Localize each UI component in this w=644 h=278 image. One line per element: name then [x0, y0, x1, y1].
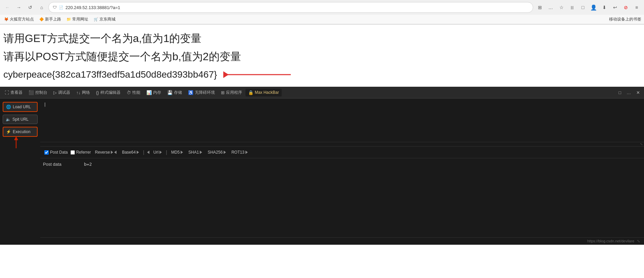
shield-icon: 🛡	[53, 5, 57, 10]
flag-container: cyberpeace{382ca173ff3edf5a1d50d8ed393bb…	[3, 69, 641, 80]
dt-options-button[interactable]: …	[625, 89, 633, 96]
hackbar-lock-icon: 🔒	[248, 90, 254, 95]
style-label: 样式编辑器	[100, 90, 121, 95]
application-icon: ⊞	[221, 90, 225, 95]
address-text: 220.249.52.133:38881/?a=1	[65, 5, 529, 10]
network-icon: ↑↓	[76, 90, 81, 95]
reverse-label: Reverse	[95, 150, 110, 155]
sha1-label: SHA1	[188, 150, 199, 155]
post-data-checkbox[interactable]	[44, 150, 49, 155]
rot13-button[interactable]: ROT13	[230, 149, 249, 155]
postdata-label: Post data	[40, 158, 81, 237]
page-instruction-2: 请再以POST方式随便提交一个名为b,值为2的变量	[3, 49, 641, 64]
star-button[interactable]: ☆	[557, 3, 566, 12]
block-button[interactable]: ⊘	[621, 3, 631, 12]
dt-tool-debugger[interactable]: ▷ 调试器	[51, 88, 73, 97]
post-data-checkbox-container[interactable]: Post Data	[44, 150, 68, 155]
dt-close-button[interactable]: ✕	[634, 89, 642, 96]
spit-url-button[interactable]: 🔈 Spit URL	[3, 115, 38, 124]
bookmark-common[interactable]: 📁 常用网址	[65, 16, 90, 23]
devtools-panel: ⛶ 查看器 ⬛ 控制台 ▷ 调试器 ↑↓ 网络 {} 样式编辑器 ⏱ 性能 📊 …	[0, 87, 644, 245]
base64-label: Base64	[122, 150, 136, 155]
url-arrow	[159, 151, 162, 154]
url-input[interactable]: |	[40, 98, 644, 142]
mobile-bookmarks-label: 移动设备上的书签	[609, 16, 641, 22]
execution-button[interactable]: ⚡ Execution	[3, 127, 38, 137]
bookmark-jd[interactable]: 🛒 京东商城	[92, 16, 117, 23]
execution-label: Execution	[13, 129, 31, 134]
firefox-icon: 🦊	[4, 17, 9, 22]
reverse-button[interactable]: Reverse	[94, 149, 118, 155]
memory-label: 内存	[153, 90, 161, 95]
debugger-label: 调试器	[58, 90, 70, 95]
url-button[interactable]: Url	[152, 149, 163, 155]
back-button2[interactable]: ↩	[610, 3, 620, 12]
forward-button[interactable]: →	[14, 3, 24, 12]
history-button[interactable]: |||	[567, 3, 577, 12]
referrer-option-label: Referrer	[76, 150, 91, 155]
resize-corner-icon: ⤡	[637, 239, 640, 243]
bookmark-firefox[interactable]: 🦊 火狐官方站点	[3, 16, 35, 23]
console-label: 控制台	[35, 90, 47, 95]
svg-marker-1	[14, 136, 18, 140]
hackbar-panel: 🌐 Load URL 🔈 Spit URL ⚡ Execution	[0, 98, 644, 245]
favicon-icon: 📄	[59, 5, 63, 10]
address-bar[interactable]: 🛡 📄 220.249.52.133:38881/?a=1	[48, 2, 533, 13]
bookmark-jd-label: 京东商城	[99, 16, 116, 22]
bookmark-newuser[interactable]: 🔶 新手上路	[38, 16, 62, 23]
devtools-right-controls: □ … ✕	[616, 89, 642, 96]
sha256-button[interactable]: SHA256	[206, 149, 227, 155]
execution-arrow-annotation	[13, 136, 19, 150]
referrer-checkbox[interactable]	[71, 150, 75, 155]
hackbar-options-bar: Post Data Referrer Reverse Base64 |	[40, 146, 644, 158]
dt-tool-inspector[interactable]: ⛶ 查看器	[2, 88, 25, 97]
dt-tool-storage[interactable]: 💾 存储	[165, 88, 185, 97]
page-content: 请用GET方式提交一个名为a,值为1的变量 请再以POST方式随便提交一个名为b…	[0, 25, 644, 87]
accessibility-icon: ♿	[188, 90, 193, 95]
profile-button[interactable]: 👤	[589, 3, 598, 12]
jd-icon: 🛒	[94, 17, 98, 22]
newuser-icon: 🔶	[39, 17, 44, 22]
nav-bar: ← → ↺ ⌂ 🛡 📄 220.249.52.133:38881/?a=1 ⊞ …	[0, 0, 644, 15]
page-instruction-1: 请用GET方式提交一个名为a,值为1的变量	[3, 31, 641, 46]
sha1-button[interactable]: SHA1	[187, 149, 203, 155]
postdata-section: Post data b=2	[40, 158, 644, 237]
referrer-checkbox-container[interactable]: Referrer	[71, 150, 91, 155]
more-button[interactable]: …	[546, 3, 555, 12]
home-button[interactable]: ⌂	[37, 3, 46, 12]
md5-button[interactable]: MD5	[170, 149, 184, 155]
hackbar-sidebar: 🌐 Load URL 🔈 Spit URL ⚡ Execution	[0, 98, 40, 245]
perf-label: 性能	[132, 90, 140, 95]
download-button[interactable]: ⬇	[600, 3, 609, 12]
postdata-input[interactable]: b=2	[81, 158, 644, 237]
dt-tool-style[interactable]: {} 样式编辑器	[93, 88, 123, 97]
browser-chrome: ← → ↺ ⌂ 🛡 📄 220.249.52.133:38881/?a=1 ⊞ …	[0, 0, 644, 25]
tabs-button[interactable]: □	[578, 3, 588, 12]
back-button[interactable]: ←	[3, 3, 12, 12]
menu-button[interactable]: ≡	[632, 3, 641, 12]
reload-button[interactable]: ↺	[26, 3, 35, 12]
dt-tool-application[interactable]: ⊞ 应用程序	[218, 88, 245, 97]
dt-tool-network[interactable]: ↑↓ 网络	[74, 88, 93, 97]
separator-2: |	[166, 150, 167, 155]
dt-tool-perf[interactable]: ⏱ 性能	[124, 88, 143, 97]
load-url-label: Load URL	[13, 105, 31, 109]
footer-url: https://blog.csdn.net/devilare	[587, 239, 634, 243]
base64-arrow	[137, 151, 139, 154]
dt-tool-memory[interactable]: 📊 内存	[144, 88, 164, 97]
resize-handle[interactable]: ⤡	[40, 142, 644, 146]
md5-arrow	[181, 151, 183, 154]
dt-tool-hackbar[interactable]: 🔒 Max HackBar	[245, 89, 282, 96]
dt-tool-console[interactable]: ⬛ 控制台	[26, 88, 50, 97]
dt-expand-button[interactable]: □	[616, 89, 623, 96]
dt-tool-accessibility[interactable]: ♿ 无障碍环境	[185, 88, 218, 97]
load-url-button[interactable]: 🌐 Load URL	[3, 102, 38, 112]
inspector-label: 查看器	[10, 90, 22, 95]
spit-url-label: Spit URL	[12, 117, 29, 122]
console-icon: ⬛	[29, 90, 34, 95]
network-label: 网络	[82, 90, 90, 95]
base64-button[interactable]: Base64	[121, 149, 140, 155]
extensions-button[interactable]: ⊞	[535, 3, 545, 12]
hackbar-main: | ⤡ Post Data Referrer Reverse B	[40, 98, 644, 245]
execution-icon: ⚡	[6, 129, 11, 134]
